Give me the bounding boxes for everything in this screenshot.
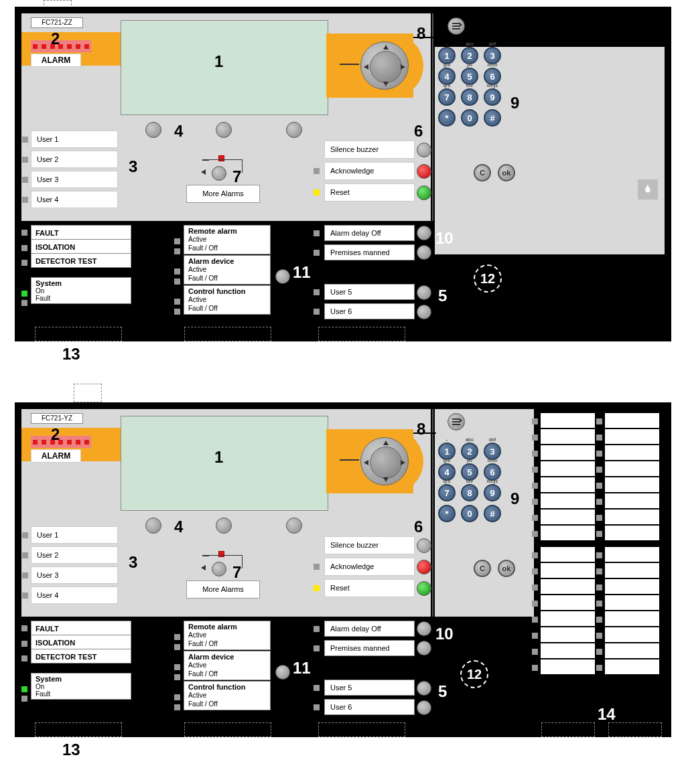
led-slot [604, 412, 661, 429]
fault-box: FAULT [31, 225, 131, 240]
callout-9: 9 [510, 489, 519, 508]
menu-button[interactable] [448, 413, 465, 430]
alarm-device-button[interactable] [275, 269, 290, 284]
reset-button[interactable] [417, 185, 431, 200]
softkey-1[interactable] [145, 518, 161, 534]
led-slot [539, 546, 596, 563]
key-8[interactable]: 8tuv [461, 88, 478, 106]
more-alarms-label: More Alarms [186, 580, 260, 599]
led-slot [539, 642, 596, 659]
led-slot [604, 492, 661, 509]
isolation-box: ISOLATION [31, 635, 131, 649]
callout-3: 3 [129, 553, 137, 572]
led-slot [539, 476, 596, 493]
key-0[interactable]: 0 [461, 505, 478, 522]
callout-6: 6 [414, 518, 423, 536]
ok-button[interactable]: ok [498, 164, 515, 181]
key-7[interactable]: 7qrs [438, 484, 456, 501]
led-slot [539, 562, 596, 579]
softkey-2[interactable] [216, 518, 232, 534]
softkey-2[interactable] [216, 122, 232, 138]
key-9[interactable]: 9wxyz [484, 88, 501, 106]
key-star[interactable]: * [438, 505, 456, 522]
status-column: FAULT ISOLATION DETECTOR TEST System On … [31, 621, 131, 700]
model-label: FC721-ZZ [31, 17, 83, 28]
c-button[interactable]: C [474, 560, 491, 577]
led-slot [604, 428, 661, 445]
softkey-3[interactable] [286, 122, 302, 138]
user5-button[interactable] [417, 681, 431, 696]
callout-11: 11 [293, 263, 311, 282]
jog-wheel[interactable] [360, 42, 409, 90]
silence-button[interactable] [417, 143, 431, 157]
control-function-box: Control function Active Fault / Off [184, 285, 271, 315]
callout-12: 12 [460, 660, 488, 688]
callout-4: 4 [174, 122, 183, 141]
led-slot [539, 610, 596, 627]
alarm-device-button[interactable] [275, 665, 290, 680]
led-slot [604, 546, 661, 563]
silence-label: Silence buzzer [324, 141, 415, 159]
led-groups [539, 412, 663, 726]
reset-label: Reset [324, 579, 415, 597]
fault-box: FAULT [31, 621, 131, 635]
user-row: User 3 [31, 171, 118, 188]
led-slot [539, 460, 596, 477]
key-0[interactable]: 0 [461, 109, 478, 127]
key-hash[interactable]: # [484, 505, 501, 522]
led-slot [539, 428, 596, 445]
ok-button[interactable]: ok [498, 560, 515, 577]
acknowledge-button[interactable] [417, 164, 431, 179]
alarm-delay-label: Alarm delay Off [324, 225, 415, 241]
user5-button[interactable] [417, 285, 431, 300]
alarm-delay-button[interactable] [417, 226, 431, 240]
key-hash[interactable]: # [484, 109, 501, 127]
callout-7: 7 [232, 563, 241, 582]
acknowledge-label: Acknowledge [324, 558, 415, 576]
key-star[interactable]: * [438, 109, 456, 127]
callout-2: 2 [51, 29, 60, 48]
silence-button[interactable] [417, 538, 431, 553]
alarm-device-box: Alarm device Active Fault / Off [184, 651, 271, 680]
acknowledge-button[interactable] [417, 560, 431, 574]
menu-button[interactable] [448, 17, 465, 35]
softkey-1[interactable] [145, 122, 161, 138]
detector-test-box: DETECTOR TEST [31, 649, 131, 663]
control-function-box: Control function Active Fault / Off [184, 681, 271, 710]
system-box: System On Fault [31, 277, 131, 304]
key-7[interactable]: 7qrs [438, 88, 456, 106]
led-slot [604, 642, 661, 659]
jog-wheel[interactable] [360, 437, 409, 485]
led-slot [604, 524, 661, 542]
more-alarms-button[interactable] [212, 166, 226, 181]
alarm-delay-label: Alarm delay Off [324, 621, 415, 637]
function-column: Remote alarm Active Fault / Off Alarm de… [184, 225, 271, 315]
alarm-delay-button[interactable] [417, 621, 431, 636]
led-slot [539, 412, 596, 429]
key-8[interactable]: 8tuv [461, 484, 478, 501]
c-button[interactable]: C [474, 164, 491, 181]
callout-1: 1 [214, 448, 223, 467]
reset-button[interactable] [417, 581, 431, 596]
led-slot [539, 626, 596, 643]
led-slot [604, 460, 661, 477]
remote-alarm-box: Remote alarm Active Fault / Off [184, 621, 271, 650]
led-slot [539, 508, 596, 526]
midright-column: Alarm delay Off Premises manned User 5 U… [324, 225, 415, 323]
softkey-3[interactable] [286, 518, 302, 534]
premises-manned-button[interactable] [417, 245, 431, 260]
user6-button[interactable] [417, 305, 431, 319]
key-9[interactable]: 9wxyz [484, 484, 501, 501]
more-alarms-button[interactable] [212, 562, 226, 576]
premises-manned-button[interactable] [417, 641, 431, 655]
keypad: 1- 2abc 3def 4ghi 5jkl 6mno 7qrs 8tuv 9w… [438, 443, 501, 526]
reset-label: Reset [324, 183, 415, 202]
user6-button[interactable] [417, 700, 431, 715]
user5-label: User 5 [324, 284, 415, 300]
led-slot [604, 508, 661, 526]
led-slot [604, 658, 661, 676]
callout-5: 5 [438, 287, 447, 305]
detector-test-box: DETECTOR TEST [31, 253, 131, 268]
user-row: User 4 [31, 191, 118, 208]
callout-4: 4 [174, 518, 183, 536]
